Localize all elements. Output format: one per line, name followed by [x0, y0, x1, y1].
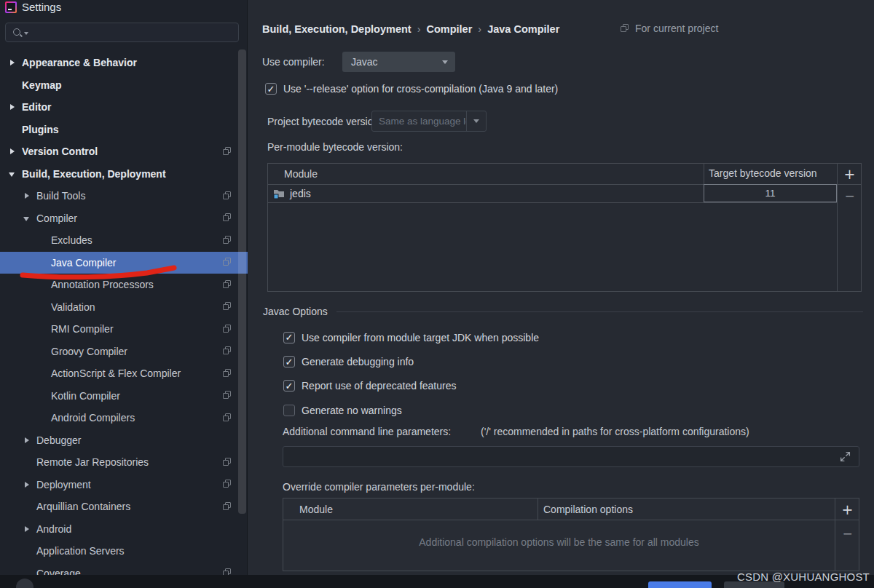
- chevron-down-icon: [473, 119, 479, 123]
- module-column-header: Module: [268, 168, 318, 180]
- remove-override-button[interactable]: −: [835, 528, 860, 540]
- sidebar-item-label: Kotlin Compiler: [51, 390, 120, 402]
- project-bytecode-label: Project bytecode version:: [267, 116, 382, 127]
- combo-arrow-button[interactable]: [466, 111, 486, 131]
- option-checkbox[interactable]: [283, 380, 295, 392]
- override-params-table: Module Compilation options Additional co…: [283, 498, 859, 571]
- option-label: Report use of deprecated features: [302, 380, 456, 392]
- tree-expand-icon[interactable]: [23, 458, 31, 466]
- sidebar-item[interactable]: Annotation Processors: [0, 274, 248, 296]
- sidebar-item-label: ActionScript & Flex Compiler: [51, 368, 181, 379]
- sidebar-item[interactable]: Remote Jar Repositories: [0, 451, 248, 474]
- sidebar-item-label: Annotation Processors: [51, 279, 154, 290]
- tree-expand-icon[interactable]: [9, 59, 16, 66]
- scope-indicator: For current project: [621, 23, 718, 34]
- tree-expand-icon[interactable]: [9, 170, 16, 178]
- sidebar-item-label: Groovy Compiler: [51, 346, 127, 357]
- search-input[interactable]: [5, 23, 239, 42]
- tree-expand-icon[interactable]: [23, 547, 31, 555]
- additional-params-hint: ('/' recommended in paths for cross-plat…: [481, 426, 749, 437]
- option-row[interactable]: Generate no warnings: [283, 398, 539, 422]
- release-checkbox-label: Use '--release' option for cross-compila…: [283, 83, 558, 95]
- sidebar-item-label: Deployment: [36, 479, 91, 490]
- settings-window: Settings Appearance & Behavior Keymap Ed…: [0, 0, 874, 588]
- sidebar-item[interactable]: Excludes: [0, 229, 248, 252]
- intellij-logo-icon: [5, 1, 17, 13]
- breadcrumb-item[interactable]: Compiler: [426, 23, 472, 35]
- tree-expand-icon[interactable]: [23, 525, 31, 533]
- sidebar-item[interactable]: Editor: [0, 96, 248, 119]
- module-name: jedis: [290, 188, 311, 199]
- column-divider: [538, 498, 538, 520]
- sidebar-item-label: Build Tools: [36, 190, 85, 202]
- tree-expand-icon[interactable]: [9, 82, 16, 89]
- expand-icon[interactable]: [839, 450, 851, 463]
- sidebar-item[interactable]: Plugins: [0, 119, 248, 141]
- tree-expand-icon[interactable]: [23, 215, 31, 222]
- option-row[interactable]: Generate debugging info: [283, 349, 539, 373]
- sidebar-item-label: Appearance & Behavior: [22, 57, 137, 68]
- additional-params-input[interactable]: [283, 446, 859, 467]
- sidebar-item[interactable]: ActionScript & Flex Compiler: [0, 362, 248, 385]
- sidebar-item-label: Application Servers: [36, 545, 125, 557]
- option-checkbox[interactable]: [283, 405, 295, 416]
- option-checkbox[interactable]: [283, 332, 295, 343]
- sidebar-item[interactable]: Validation: [0, 296, 248, 319]
- breadcrumb-item[interactable]: Java Compiler: [487, 23, 559, 35]
- column-divider: [704, 164, 704, 184]
- sidebar-item[interactable]: Debugger: [0, 429, 248, 452]
- sidebar-item[interactable]: Java Compiler: [0, 252, 248, 274]
- remove-module-button[interactable]: −: [837, 190, 862, 202]
- option-label: Generate debugging info: [302, 356, 414, 368]
- tree-expand-icon[interactable]: [9, 148, 16, 155]
- per-project-icon: [223, 236, 232, 245]
- tree-expand-icon[interactable]: [23, 503, 31, 510]
- option-row[interactable]: Report use of deprecated features: [283, 374, 539, 398]
- sidebar-item[interactable]: Deployment: [0, 474, 248, 496]
- javac-options-title: Javac Options: [263, 306, 328, 317]
- sidebar-item-label: Remote Jar Repositories: [36, 456, 149, 468]
- sidebar-item[interactable]: Compiler: [0, 207, 248, 230]
- sidebar-item[interactable]: Appearance & Behavior: [0, 52, 248, 74]
- option-row[interactable]: Use compiler from module target JDK when…: [283, 325, 539, 349]
- use-compiler-label: Use compiler:: [262, 56, 325, 68]
- tree-expand-icon[interactable]: [9, 126, 16, 133]
- sidebar-item[interactable]: Build Tools: [0, 185, 248, 207]
- tree-expand-icon[interactable]: [9, 103, 16, 111]
- sidebar-item[interactable]: Application Servers: [0, 540, 248, 563]
- help-button[interactable]: [16, 579, 34, 588]
- breadcrumb-item[interactable]: Build, Execution, Deployment: [262, 23, 412, 35]
- option-label: Use compiler from module target JDK when…: [302, 332, 539, 343]
- use-compiler-select[interactable]: Javac: [342, 52, 455, 72]
- sidebar-item[interactable]: Android Compilers: [0, 407, 248, 429]
- per-project-icon: [223, 258, 232, 267]
- per-project-icon: [223, 369, 232, 378]
- table-row[interactable]: jedis 11: [268, 184, 837, 203]
- sidebar-item[interactable]: Groovy Compiler: [0, 341, 248, 363]
- tree-expand-icon[interactable]: [23, 437, 31, 444]
- tree-expand-icon[interactable]: [23, 192, 31, 199]
- release-checkbox[interactable]: [265, 83, 277, 95]
- sidebar-item[interactable]: Android: [0, 518, 248, 541]
- sidebar-item[interactable]: Kotlin Compiler: [0, 385, 248, 408]
- sidebar-item[interactable]: Keymap: [0, 74, 248, 97]
- release-option-row[interactable]: Use '--release' option for cross-compila…: [265, 83, 558, 95]
- breadcrumb: Build, Execution, Deployment›Compiler›Ja…: [262, 23, 559, 36]
- add-module-button[interactable]: +: [837, 167, 862, 181]
- sidebar-item[interactable]: RMI Compiler: [0, 318, 248, 341]
- sidebar-item-label: Plugins: [22, 124, 59, 135]
- actions-column-divider: [837, 164, 838, 291]
- sidebar-item[interactable]: Version Control: [0, 140, 248, 163]
- sidebar-item[interactable]: Arquillian Containers: [0, 496, 248, 518]
- ok-button[interactable]: [648, 581, 712, 588]
- javac-options-list: Use compiler from module target JDK when…: [283, 325, 539, 423]
- project-bytecode-select[interactable]: Same as language level: [371, 111, 487, 132]
- sidebar-scrollbar[interactable]: [238, 49, 246, 514]
- add-override-button[interactable]: +: [835, 503, 860, 517]
- per-project-icon: [223, 346, 232, 356]
- target-bytecode-value[interactable]: 11: [704, 184, 837, 202]
- tree-expand-icon[interactable]: [23, 481, 31, 488]
- sidebar-item[interactable]: Build, Execution, Deployment: [0, 163, 248, 186]
- option-checkbox[interactable]: [283, 356, 295, 368]
- sidebar-item-label: Version Control: [22, 146, 98, 157]
